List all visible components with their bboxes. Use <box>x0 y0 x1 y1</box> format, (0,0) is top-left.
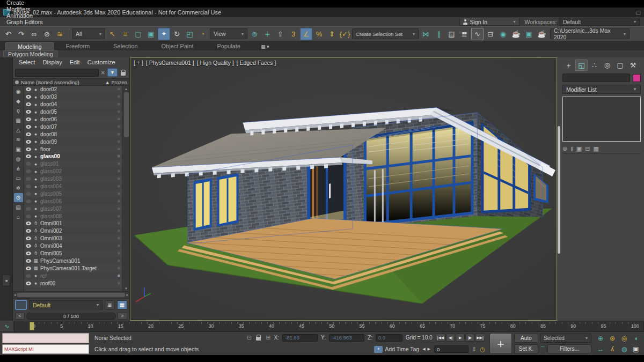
key-mode-toggle-icon[interactable]: ◀ ▶ <box>422 347 431 351</box>
frozen-icon[interactable] <box>117 266 121 271</box>
toggle-layer-explorer-icon[interactable]: ≣ <box>458 28 471 40</box>
visibility-eye-icon[interactable] <box>26 184 31 188</box>
configure-modifier-sets-icon[interactable]: ▦ <box>593 145 598 152</box>
frozen-icon[interactable] <box>117 169 121 174</box>
filter-hidden-icon[interactable]: ⊙ <box>14 193 23 202</box>
remove-modifier-icon[interactable]: ⊟ <box>585 145 590 152</box>
create-selection-set-combo[interactable]: Create Selection Set▾ <box>352 28 419 39</box>
time-ruler[interactable]: 0510152025303540455055606570758085909510… <box>14 321 644 331</box>
frame-back-button[interactable]: < <box>15 313 25 320</box>
select-and-place-icon[interactable]: ◔ <box>196 28 209 40</box>
list-item[interactable]: ● glass002 <box>24 168 122 175</box>
visibility-eye-icon[interactable] <box>26 154 31 158</box>
pan-view-icon[interactable]: ↔ <box>595 344 606 354</box>
isolate-selection-icon[interactable]: ⊡ <box>247 334 252 341</box>
visibility-eye-icon[interactable] <box>26 229 31 233</box>
scroll-up-icon[interactable]: ▲ <box>125 86 128 92</box>
filter-bones-icon[interactable]: ⋔ <box>14 164 23 173</box>
list-item[interactable]: ● glass007 <box>24 205 122 212</box>
list-item[interactable]: ● glass008 <box>24 212 122 220</box>
tab-utilities[interactable]: ⚒ <box>627 60 639 71</box>
visibility-eye-icon[interactable] <box>26 110 31 114</box>
time-slider-handle[interactable] <box>30 322 34 330</box>
redo-icon[interactable]: ↷ <box>15 28 27 40</box>
visibility-eye-icon[interactable] <box>26 207 31 211</box>
frozen-icon[interactable] <box>117 109 121 114</box>
explorer-mode-icon[interactable] <box>15 300 27 310</box>
explorer-menu-item[interactable]: Customize <box>84 59 119 65</box>
frozen-icon[interactable] <box>117 124 121 129</box>
auto-key-button[interactable]: Auto <box>514 334 538 343</box>
angle-snap-icon[interactable]: ∠ <box>300 28 312 40</box>
list-item[interactable]: ● glass006 <box>24 197 122 205</box>
visibility-eye-icon[interactable] <box>26 95 31 99</box>
named-selection-sets-icon[interactable]: {✓} <box>339 28 351 40</box>
filter-folder-icon[interactable]: ⌂ <box>14 212 23 221</box>
zoom-icon[interactable]: ⊕ <box>595 333 606 344</box>
polygon-modeling-panel[interactable]: Polygon Modeling <box>3 50 57 57</box>
pin-stack-icon[interactable]: ⊚ <box>562 145 567 152</box>
visibility-eye-icon[interactable] <box>26 102 31 106</box>
material-editor-icon[interactable]: ◉ <box>497 28 509 40</box>
frame-counter[interactable]: 0 / 100 <box>26 313 116 320</box>
spinner-snap-icon[interactable]: ⇕ <box>326 28 338 40</box>
ribbon-tab[interactable]: Modeling <box>5 42 54 50</box>
scrollbar-thumb[interactable] <box>124 92 129 137</box>
visibility-eye-icon[interactable] <box>26 244 31 248</box>
filter-xrefs-icon[interactable]: ◍ <box>14 154 23 164</box>
list-item[interactable]: ● door04 <box>24 101 122 108</box>
select-and-scale-icon[interactable]: ◰ <box>184 28 196 40</box>
visibility-eye-icon[interactable] <box>26 140 31 144</box>
visibility-eye-icon[interactable] <box>26 200 31 203</box>
select-column-icon[interactable] <box>15 80 19 84</box>
list-item[interactable]: ● glass00 <box>24 153 122 160</box>
use-pivot-point-center-icon[interactable]: ⊚ <box>248 28 261 40</box>
field-of-view-icon[interactable]: ◖ <box>630 333 642 344</box>
render-setup-icon[interactable]: ☕ <box>510 28 522 40</box>
clear-search-icon[interactable]: ✕ <box>101 70 105 76</box>
filter-geometry-icon[interactable]: ◉ <box>14 87 23 96</box>
selection-lock-icon[interactable] <box>256 337 261 341</box>
tab-motion[interactable]: ◎ <box>601 60 613 71</box>
sign-in-button[interactable]: Sign In ▾ <box>459 18 519 26</box>
window-controls-icon[interactable]: ▢ <box>636 10 641 16</box>
visibility-eye-icon[interactable] <box>26 162 31 166</box>
ribbon-tab[interactable]: Selection <box>101 42 149 50</box>
frozen-icon[interactable] <box>117 258 121 263</box>
walk-through-icon[interactable]: ʎ <box>606 344 618 354</box>
x-coordinate-field[interactable]: -81.89 <box>282 334 318 342</box>
schematic-view-icon[interactable]: ⊟ <box>484 28 496 40</box>
filter-lights-icon[interactable]: ϙ <box>14 106 23 115</box>
rendered-frame-window-icon[interactable]: ▣ <box>523 28 535 40</box>
list-item[interactable]: ▦ PhysCamera001 <box>24 257 122 264</box>
z-coordinate-field[interactable]: 0.0 <box>376 334 402 342</box>
set-key-button[interactable]: Set K. <box>514 344 538 353</box>
list-item[interactable]: ● door05 <box>24 108 122 116</box>
align-icon[interactable]: ∥ <box>433 28 445 40</box>
frozen-icon[interactable] <box>117 221 121 226</box>
viewport-menu-general[interactable]: [ + ] <box>134 60 143 66</box>
snaps-toggle-3d-icon[interactable]: 3 <box>287 28 299 40</box>
list-item[interactable]: ▦ PhysCamera001.Target <box>24 264 122 272</box>
horizontal-scrollbar[interactable]: ◂ ▸ <box>13 291 129 298</box>
frozen-icon[interactable] <box>117 191 121 196</box>
list-item[interactable]: ● ref <box>24 272 122 279</box>
visibility-eye-icon[interactable] <box>26 221 31 225</box>
frozen-icon[interactable] <box>117 154 121 159</box>
layers-icon[interactable]: ≣ <box>105 300 115 309</box>
display-mode-select[interactable]: Default ▾ <box>29 300 103 309</box>
list-item[interactable]: ● roof00 <box>24 279 122 287</box>
tab-create[interactable]: ＋ <box>562 60 575 71</box>
explorer-menu-item[interactable]: Edit <box>66 59 84 65</box>
filter-materials-icon[interactable]: ▤ <box>14 203 23 212</box>
lock-icon[interactable] <box>121 72 126 76</box>
frozen-icon[interactable] <box>117 184 121 189</box>
set-keys-button[interactable]: ＋ <box>489 333 512 354</box>
frozen-icon[interactable] <box>117 199 121 204</box>
curve-editor-icon[interactable]: ∿ <box>471 28 484 40</box>
make-unique-icon[interactable]: ▣ <box>576 145 582 152</box>
frozen-icon[interactable] <box>117 147 121 152</box>
spinner-icon[interactable]: ⇕ <box>472 346 477 353</box>
project-folder-combo[interactable]: C:\Users\nic...3ds Max 2020▾ <box>550 28 630 39</box>
key-filters-button[interactable]: Filters... <box>547 344 591 353</box>
